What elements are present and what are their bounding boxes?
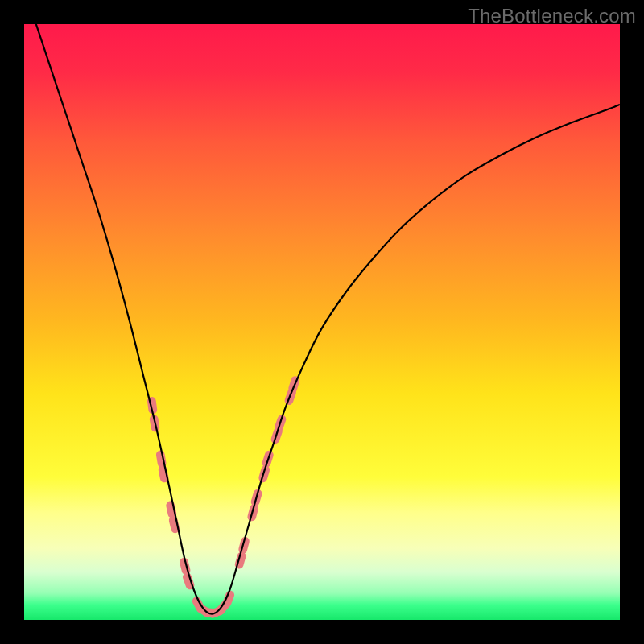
plot-area bbox=[24, 24, 620, 620]
chart-svg bbox=[24, 24, 620, 620]
marker-dots-group bbox=[147, 375, 300, 619]
bottleneck-curve bbox=[36, 24, 620, 614]
outer-frame: TheBottleneck.com bbox=[0, 0, 644, 644]
